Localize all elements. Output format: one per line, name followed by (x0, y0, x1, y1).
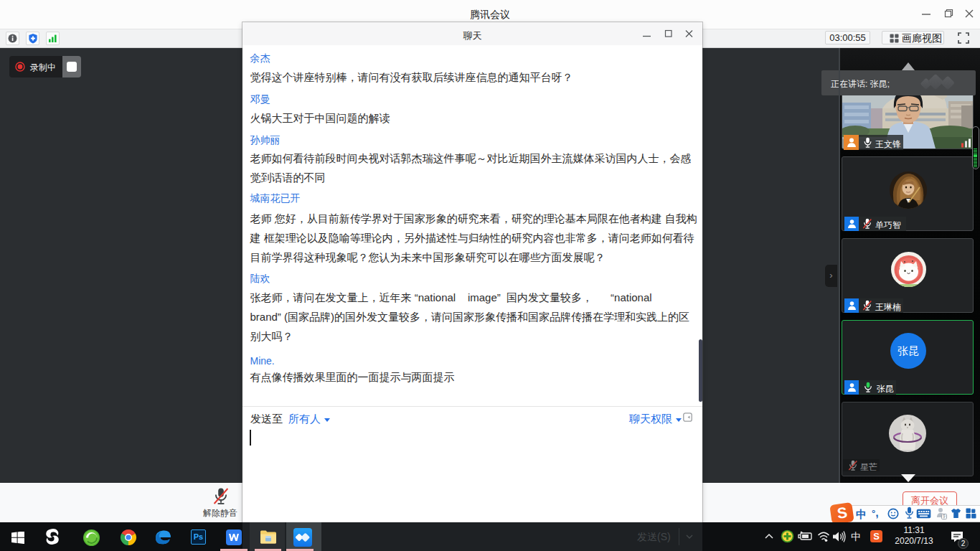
svg-text:9: 9 (943, 514, 946, 519)
